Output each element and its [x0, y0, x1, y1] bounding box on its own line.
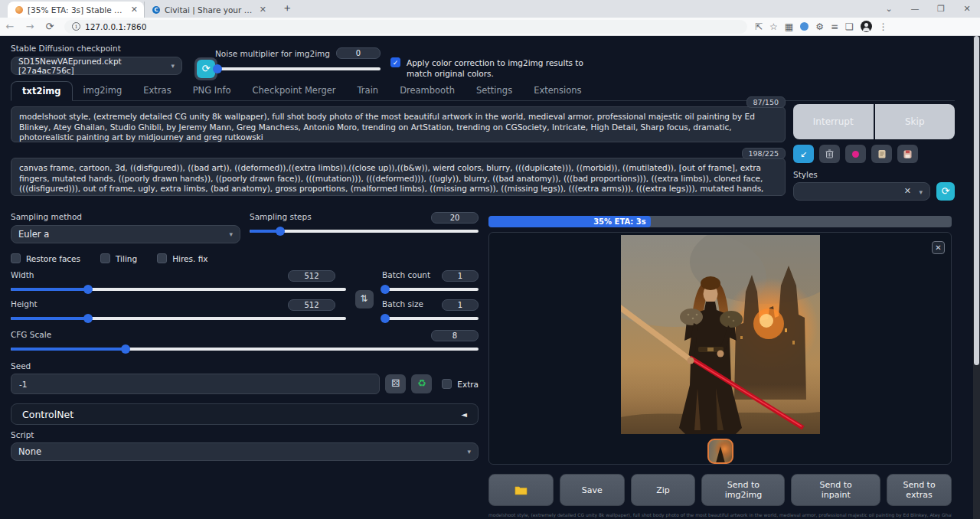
slider-knob[interactable] [276, 227, 285, 236]
apply-style-button[interactable] [871, 145, 892, 163]
zip-button[interactable]: Zip [631, 474, 696, 506]
save-style-button[interactable] [897, 145, 918, 163]
browser-tab-civitai[interactable]: C Civitai | Share your models ✕ [144, 2, 273, 18]
send-to-extras-button[interactable]: Send to extras [887, 474, 952, 506]
share-icon[interactable]: ⇱ [755, 21, 763, 32]
generate-column: Interrupt Skip ↙ Styles ✕ [793, 104, 955, 201]
side-panel-icon[interactable]: ❏ [845, 21, 854, 32]
minimize-button[interactable]: — [902, 4, 928, 14]
reading-list-icon[interactable]: ≡ [831, 21, 838, 32]
tiling-option[interactable]: Tiling [100, 253, 137, 263]
height-value[interactable]: 512 [288, 299, 335, 311]
gradio-favicon [15, 6, 23, 14]
slider-knob[interactable] [83, 314, 93, 323]
collapse-arrow-icon: ◄ [461, 410, 467, 419]
tab-close-icon[interactable]: ✕ [131, 5, 138, 15]
civitai-favicon: C [152, 6, 160, 14]
paste-params-button[interactable]: ↙ [793, 145, 814, 163]
swap-dimensions-button[interactable]: ⇅ [355, 290, 374, 308]
close-image-icon[interactable]: ✕ [932, 241, 945, 254]
width-value[interactable]: 512 [288, 270, 335, 282]
image-thumbnail[interactable] [707, 439, 733, 464]
restore-faces-label: Restore faces [26, 254, 80, 263]
tab-close-icon[interactable]: ✕ [260, 5, 266, 15]
hires-fix-option[interactable]: Hires. fix [157, 253, 207, 263]
batch-count-value[interactable]: 1 [442, 270, 479, 282]
send-to-inpaint-button[interactable]: Send to inpaint [791, 474, 880, 506]
extra-networks-icon [852, 151, 859, 158]
dice-icon: ⚄ [391, 377, 400, 389]
hires-fix-checkbox[interactable] [157, 253, 167, 263]
reuse-seed-button[interactable]: ♻ [411, 374, 432, 393]
cfg-scale-slider[interactable] [11, 344, 479, 354]
page-scrollbar[interactable] [973, 36, 980, 519]
reload-icon[interactable]: ⟳ [40, 21, 60, 32]
sampling-steps-slider[interactable] [250, 226, 479, 237]
script-value: None [18, 446, 41, 457]
color-correction-checkbox[interactable]: ✓ [390, 57, 400, 67]
sampling-steps-value[interactable]: 20 [431, 212, 479, 224]
new-tab-button[interactable]: ＋ [282, 2, 292, 18]
styles-dropdown[interactable]: ✕ ▾ [793, 182, 930, 201]
sampling-method-dropdown[interactable]: Euler a ▾ [11, 225, 240, 243]
noise-value[interactable]: 0 [336, 47, 381, 59]
script-dropdown[interactable]: None ▾ [11, 442, 479, 461]
script-label: Script [11, 430, 479, 439]
interrupt-button[interactable]: Interrupt [793, 104, 874, 139]
open-folder-button[interactable] [488, 474, 554, 506]
extension-blue-icon[interactable] [800, 22, 808, 31]
recycle-icon: ♻ [417, 377, 426, 389]
forward-icon[interactable]: → [20, 21, 40, 32]
skip-button[interactable]: Skip [875, 104, 956, 139]
tiling-checkbox[interactable] [100, 253, 110, 263]
kebab-menu-icon[interactable]: ⋮ [879, 21, 888, 32]
site-info-icon[interactable]: i [72, 22, 80, 31]
width-label: Width [11, 270, 34, 279]
slider-knob[interactable] [381, 285, 390, 294]
batch-size-slider[interactable] [382, 313, 479, 324]
maximize-button[interactable]: ❐ [928, 4, 954, 14]
slider-knob[interactable] [213, 64, 222, 73]
save-button[interactable]: Save [560, 474, 625, 506]
browser-tabstrip: [35% ETA: 3s] Stable Diffusion ✕ C Civit… [0, 0, 980, 18]
prompt-area: 87/150 modelshoot style, (extremely deta… [11, 96, 786, 196]
refresh-styles-button[interactable]: ⟳ [936, 182, 955, 201]
clear-prompt-button[interactable] [819, 145, 840, 163]
slider-knob[interactable] [121, 344, 130, 354]
extra-seed-checkbox[interactable] [442, 379, 452, 389]
negative-prompt-textarea[interactable]: canvas frame, cartoon, 3d, ((disfigured)… [11, 158, 786, 196]
checkpoint-dropdown[interactable]: SD15NewVAEpruned.ckpt [27a4ac756c] ▾ [11, 57, 182, 75]
height-slider[interactable] [11, 313, 346, 324]
extensions-puzzle-icon[interactable]: ⚙ [815, 21, 824, 32]
bookmark-star-icon[interactable]: ☆ [769, 21, 778, 32]
send-to-img2img-button[interactable]: Send to img2img [701, 474, 785, 506]
tab-title: Civitai | Share your models [165, 5, 255, 15]
batch-size-value[interactable]: 1 [442, 299, 479, 311]
generated-image[interactable] [621, 235, 820, 434]
arrow-down-left-icon: ↙ [800, 149, 807, 159]
seed-input[interactable] [11, 374, 380, 394]
noise-slider[interactable] [215, 64, 381, 74]
back-icon[interactable]: ← [0, 21, 20, 32]
restore-faces-checkbox[interactable] [11, 253, 21, 263]
cfg-scale-value[interactable]: 8 [431, 330, 479, 341]
scrollbar-thumb[interactable] [974, 36, 979, 365]
clear-styles-icon[interactable]: ✕ [904, 186, 911, 196]
browser-tab-stable-diffusion[interactable]: [35% ETA: 3s] Stable Diffusion ✕ [8, 2, 144, 18]
slider-knob[interactable] [381, 314, 390, 323]
profile-avatar[interactable] [861, 21, 872, 32]
address-bar[interactable]: i 127.0.0.1:7860 [64, 20, 747, 34]
close-button[interactable]: ✕ [954, 4, 980, 14]
tiling-label: Tiling [116, 254, 137, 263]
restore-faces-option[interactable]: Restore faces [11, 253, 80, 263]
tab-search-icon[interactable]: ⌄ [876, 4, 902, 14]
slider-knob[interactable] [83, 285, 93, 294]
extra-networks-button[interactable] [845, 145, 866, 163]
extra-seed-option[interactable]: Extra [442, 379, 479, 389]
controlnet-accordion[interactable]: ControlNet ◄ [11, 403, 479, 425]
extension-grid-icon[interactable]: ▦ [785, 21, 793, 32]
batch-count-slider[interactable] [382, 284, 479, 295]
prompt-textarea[interactable]: modelshoot style, (extremely detailed CG… [11, 106, 786, 142]
random-seed-button[interactable]: ⚄ [385, 374, 406, 393]
width-slider[interactable] [11, 284, 346, 295]
